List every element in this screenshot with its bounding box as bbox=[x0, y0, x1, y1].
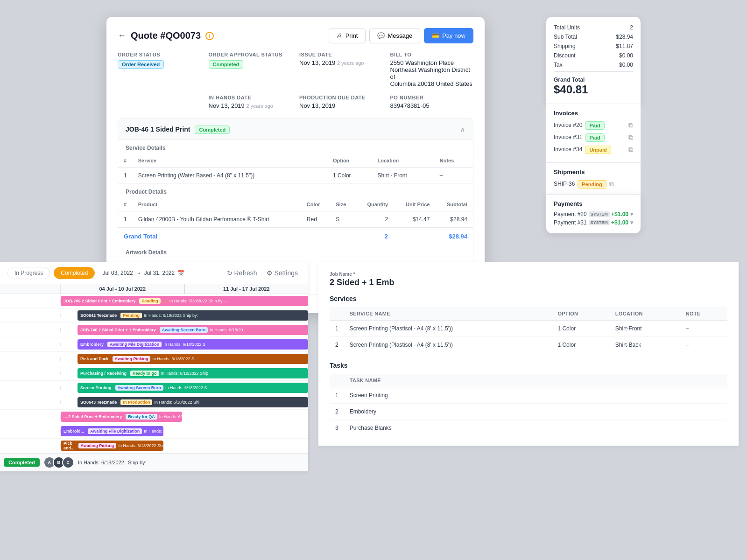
screen-printing-status: Awaiting Screen Burn bbox=[115, 385, 163, 391]
issue-date-label: Issue Date bbox=[299, 52, 383, 57]
row-pick-pack-bars: Pick and Pack Awaiting Picking In Hands:… bbox=[61, 352, 308, 366]
tax-label: Tax bbox=[554, 62, 563, 68]
jth-num bbox=[330, 307, 344, 321]
completed-tab[interactable]: Completed bbox=[54, 267, 95, 279]
job-name-label: Job Name * bbox=[330, 272, 727, 277]
week1-header: 04 Jul - 10 Jul 2022 bbox=[61, 284, 185, 294]
job-service-row: 2Screen Printing (Plastisol - A4 (8' x 1… bbox=[330, 337, 727, 353]
job-section-header: JOB-46 1 Sided Print Completed ∧ bbox=[118, 119, 473, 140]
pay-now-label: Pay now bbox=[442, 32, 465, 39]
print-label: Print bbox=[345, 32, 358, 39]
pick2-status: Awaiting Picking bbox=[78, 443, 117, 448]
grand-total-label: Grand Total bbox=[554, 77, 633, 83]
gantt-row-2: SO0642 Teezmade Pending In Hands: 6/18/2… bbox=[0, 308, 308, 323]
jth-service-name: Service Name bbox=[344, 307, 552, 321]
in-hands-item bbox=[118, 95, 201, 109]
date-range: Jul 03, 2022 → Jul 31, 2022 📅 bbox=[102, 270, 184, 276]
row-embroidery-bars: Embroidery Awaiting File Digitization In… bbox=[61, 337, 308, 351]
th-subtotal: Subtotal bbox=[435, 198, 473, 211]
row-so0643-bars: SO0643 Teezmade In Production In Hands: … bbox=[61, 395, 308, 409]
bottom-completed-badge: Completed bbox=[4, 458, 40, 467]
th-quantity: Quantity bbox=[356, 198, 394, 211]
production-due-item: Production Due Date Nov 13, 2019 bbox=[299, 95, 383, 109]
order-approval-item: Order Approval Status Completed bbox=[209, 52, 292, 87]
row2-label bbox=[0, 314, 61, 317]
gantt-row-so0643: SO0643 Teezmade In Production In Hands: … bbox=[0, 395, 308, 410]
embroid2-status: Awaiting File Digitization bbox=[88, 428, 142, 434]
po-number-value: 839478381-05 bbox=[390, 102, 474, 109]
gantt-row-embroidery: Embroidery Awaiting File Digitization In… bbox=[0, 337, 308, 352]
gantt-bottom-bar: Completed A B C In Hands: 6/18/2022 Ship… bbox=[0, 453, 308, 471]
invoice-link-icon[interactable]: ⧉ bbox=[628, 146, 633, 154]
row-so0643-label bbox=[0, 400, 61, 404]
bottom-in-hands: In Hands: 6/18/2022 bbox=[78, 460, 124, 465]
invoice-status-badge: Paid bbox=[585, 121, 604, 130]
in-hands-value: Nov 13, 2019 2 years ago bbox=[209, 102, 292, 109]
row-pick2-label bbox=[0, 444, 61, 448]
task-row: 2Emboidery bbox=[330, 404, 727, 420]
bill-to-item: Bill To 2550 Washington Place Northeast … bbox=[390, 52, 474, 87]
service-row: 1Screen Printing (Water Based - A4 (8" x… bbox=[118, 168, 473, 184]
row-pick-pack-label bbox=[0, 357, 61, 361]
calendar-icon[interactable]: 📅 bbox=[177, 270, 184, 276]
ship-status-badge: Pending bbox=[578, 180, 606, 189]
print-button[interactable]: 🖨 Print bbox=[329, 28, 366, 43]
avatar-3: C bbox=[62, 456, 74, 469]
quote-title: Quote #QO0073 bbox=[131, 30, 201, 41]
back-arrow-icon[interactable]: ← bbox=[118, 31, 126, 41]
order-status-badge: Order Received bbox=[118, 60, 164, 69]
print-icon: 🖨 bbox=[337, 32, 343, 39]
refresh-button[interactable]: ↻ Refresh bbox=[224, 268, 260, 278]
purchasing-status: Ready to go bbox=[130, 371, 159, 376]
order-meta: Order Status Order Received Order Approv… bbox=[118, 52, 473, 109]
gantt-row-2sided2: ... 2 Sided Print + Embroidery Ready for… bbox=[0, 410, 308, 424]
purchasing-bar: Purchasing / Receiving Ready to go In Ha… bbox=[78, 368, 308, 378]
gantt-row-pick-pack: Pick and Pack Awaiting Picking In Hands:… bbox=[0, 352, 308, 366]
row-screen-printing-label bbox=[0, 386, 61, 390]
bottom-ship-by: Ship by: bbox=[128, 460, 147, 465]
in-progress-tab[interactable]: In Progress bbox=[7, 267, 50, 279]
row1-bar: JOB-709 2 Sided Print + Embroidery Pendi… bbox=[61, 296, 308, 306]
invoice-link-icon[interactable]: ⧉ bbox=[628, 121, 633, 129]
settings-button[interactable]: ⚙ Settings bbox=[264, 268, 301, 278]
so0643-bar: SO0643 Teezmade In Production In Hands: … bbox=[78, 397, 308, 407]
invoices-title: Invoices bbox=[554, 110, 633, 117]
product-total-row: Grand Total2$28.94 bbox=[118, 228, 473, 245]
shipments-section: Shipments SHIP-36 Pending ⧉ bbox=[546, 162, 641, 194]
ship-link-icon[interactable]: ⧉ bbox=[609, 180, 614, 188]
gantt-row-3: JOB-740 2 Sided Print + 1 Embroidery Awa… bbox=[0, 323, 308, 337]
gantt-row-embroid2: Embroid... Awaiting File Digitization In… bbox=[0, 424, 308, 439]
task-row: 1Screen Printing bbox=[330, 387, 727, 404]
shipping-row: Shipping $11.87 bbox=[554, 43, 633, 49]
row2-bar: SO0642 Teezmade Pending In Hands: 6/18/2… bbox=[78, 310, 308, 321]
gantt-panel: In Progress Completed Jul 03, 2022 → Jul… bbox=[0, 262, 308, 471]
th-location: Location bbox=[372, 154, 434, 168]
sidebar-panel: Total Units 2 Sub Total $28.94 Shipping … bbox=[546, 17, 641, 233]
production-due-value: Nov 13, 2019 bbox=[299, 102, 383, 109]
pay-now-button[interactable]: 💳 Pay now bbox=[424, 28, 473, 43]
chevron-down-icon[interactable]: ▾ bbox=[630, 219, 633, 226]
message-button[interactable]: 💬 Message bbox=[369, 28, 420, 43]
system-badge: SYSTEM bbox=[589, 211, 610, 217]
gantt-row-screen-printing: Screen Printing Awaiting Screen Burn In … bbox=[0, 381, 308, 395]
payment-row: Payment #20 SYSTEM +$1.00 ▾ bbox=[554, 211, 633, 217]
gantt-row-1: JOB-709 2 Sided Print + Embroidery Pendi… bbox=[0, 294, 308, 308]
task-row: 3Purchase Blanks bbox=[330, 420, 727, 436]
row-screen-printing-bars: Screen Printing Awaiting Screen Burn In … bbox=[61, 381, 308, 395]
quote-actions: 🖨 Print 💬 Message 💳 Pay now bbox=[329, 28, 473, 43]
invoice-status-badge: Paid bbox=[585, 133, 604, 142]
chevron-down-icon[interactable]: ▾ bbox=[630, 211, 633, 217]
product-details-label: Product Details bbox=[118, 184, 473, 198]
info-icon[interactable]: i bbox=[205, 32, 214, 40]
shipping-label: Shipping bbox=[554, 43, 576, 49]
tasks-table: Task Name 1Screen Printing2Emboidery3Pur… bbox=[330, 374, 727, 436]
invoice-link-icon[interactable]: ⧉ bbox=[628, 133, 633, 141]
row3-bar: JOB-740 2 Sided Print + 1 Embroidery Awa… bbox=[78, 325, 308, 335]
service-details-label: Service Details bbox=[118, 140, 473, 154]
order-approval-label: Order Approval Status bbox=[209, 52, 292, 57]
th-service: Service bbox=[133, 154, 327, 168]
collapse-icon[interactable]: ∧ bbox=[460, 125, 465, 134]
message-label: Message bbox=[388, 32, 412, 39]
system-badge: SYSTEM bbox=[589, 220, 610, 225]
issue-date-value: Nov 13, 2019 2 years ago bbox=[299, 59, 383, 66]
